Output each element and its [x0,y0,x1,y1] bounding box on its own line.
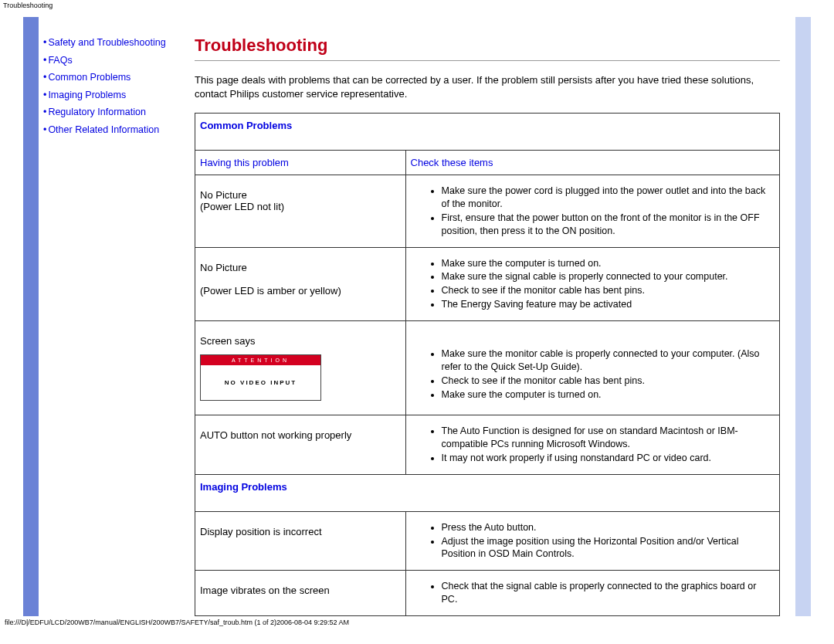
divider [195,60,780,61]
check-cell: Make sure the monitor cable is properly … [405,321,779,415]
attention-box: ATTENTION NO VIDEO INPUT [200,354,321,401]
sidebar-item-other-related[interactable]: •Other Related Information [43,121,190,139]
problem-cell: No Picture (Power LED not lit) [195,175,406,248]
attention-body: NO VIDEO INPUT [201,365,320,400]
problem-cell: Screen says ATTENTION NO VIDEO INPUT [195,321,406,415]
intro-text: This page deals with problems that can b… [195,73,780,100]
table-row: Image vibrates on the screen Check that … [195,571,780,616]
sidebar-item-regulatory[interactable]: •Regulatory Information [43,103,190,121]
problem-cell: No Picture (Power LED is amber or yellow… [195,247,406,321]
table-row: AUTO button not working properly The Aut… [195,415,780,475]
check-cell: Press the Auto button. Adjust the image … [405,511,779,571]
table-row: No Picture (Power LED not lit) Make sure… [195,175,780,248]
sidebar-item-safety[interactable]: •Safety and Troubleshooting [43,34,190,52]
column-header-check: Check these items [405,151,779,175]
page-top-label: Troubleshooting [0,0,834,11]
content-area: Troubleshooting This page deals with pro… [195,17,795,616]
footer-path: file:///D|/EDFU/LCD/200WB7/manual/ENGLIS… [0,616,834,629]
check-cell: The Auto Function is designed for use on… [405,415,779,475]
section-common-problems: Common Problems [195,114,780,151]
section-imaging-problems: Imaging Problems [195,474,780,511]
table-row: Display position is incorrect Press the … [195,511,780,571]
attention-title: ATTENTION [201,355,320,365]
problem-cell: AUTO button not working properly [195,415,406,475]
left-stripe [23,17,39,616]
problem-cell: Display position is incorrect [195,511,406,571]
column-header-problem: Having this problem [195,151,406,175]
table-row: No Picture (Power LED is amber or yellow… [195,247,780,321]
check-cell: Make sure the computer is turned on. Mak… [405,247,779,321]
right-stripe [795,17,811,616]
problem-cell: Image vibrates on the screen [195,571,406,616]
sidebar: •Safety and Troubleshooting •FAQs •Commo… [39,17,195,616]
page-title: Troubleshooting [195,36,780,56]
check-cell: Make sure the power cord is plugged into… [405,175,779,248]
sidebar-item-common-problems[interactable]: •Common Problems [43,69,190,86]
sidebar-item-imaging-problems[interactable]: •Imaging Problems [43,86,190,104]
troubleshooting-table: Common Problems Having this problem Chec… [195,113,780,616]
check-cell: Check that the signal cable is properly … [405,571,779,616]
sidebar-item-faqs[interactable]: •FAQs [43,52,190,69]
layout-table: •Safety and Troubleshooting •FAQs •Commo… [23,17,811,616]
table-row: Screen says ATTENTION NO VIDEO INPUT Mak… [195,321,780,415]
